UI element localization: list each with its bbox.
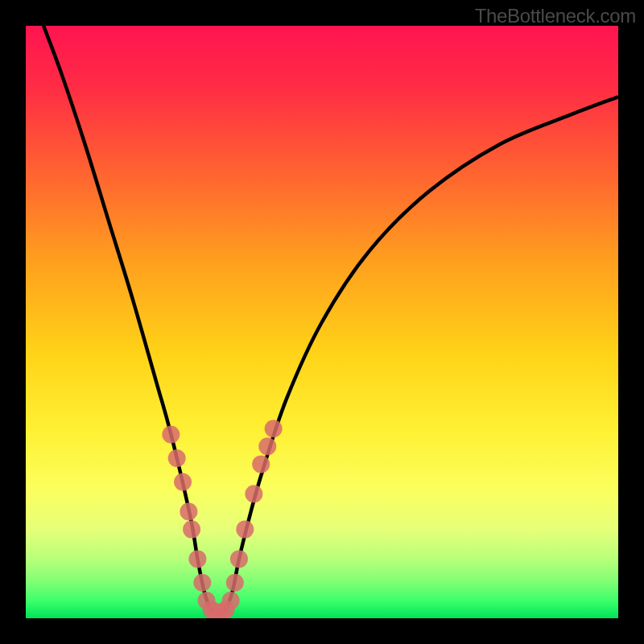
highlight-dot (183, 521, 200, 539)
chart-frame: TheBottleneck.com (0, 0, 644, 644)
highlight-dot (236, 521, 254, 539)
highlight-dot (258, 438, 276, 456)
highlight-dot (168, 449, 186, 467)
bottleneck-curve (43, 26, 618, 613)
highlight-dot (193, 574, 211, 592)
highlight-dots (162, 419, 282, 618)
highlight-dot (174, 473, 192, 491)
highlight-dot (162, 426, 180, 444)
highlight-dot (265, 419, 283, 437)
highlight-dot (188, 550, 206, 568)
curve-layer (26, 26, 618, 618)
watermark-text: TheBottleneck.com (475, 5, 636, 27)
highlight-dot (230, 550, 248, 568)
highlight-dot (226, 574, 244, 592)
highlight-dot (180, 503, 197, 521)
highlight-dot (252, 456, 270, 473)
highlight-dot (222, 592, 240, 609)
highlight-dot (245, 485, 262, 502)
plot-area (26, 26, 618, 618)
